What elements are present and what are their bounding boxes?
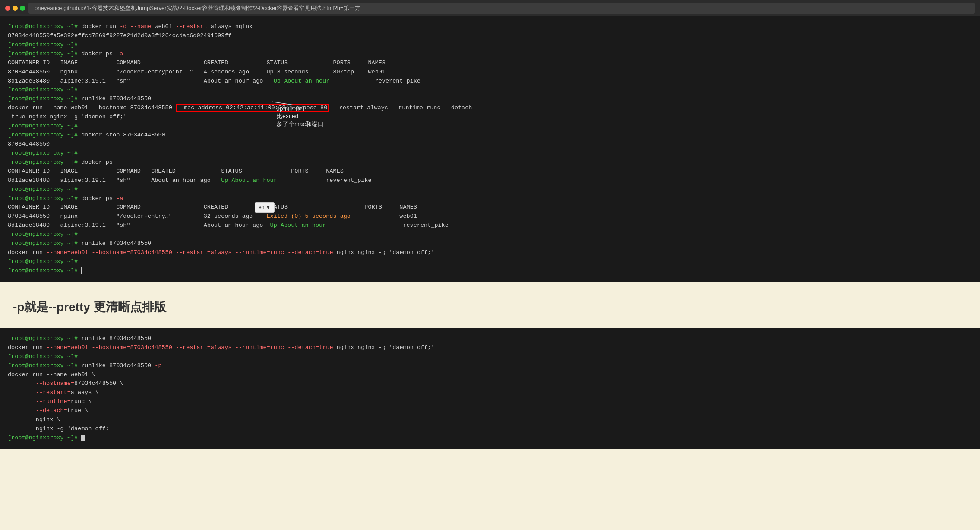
terminal-block-2: [root@nginxproxy ~]# runlike 87034c44855… — [0, 328, 980, 449]
browser-bar: oneyearice.github.io/1-容器技术和堡垒机JumpServe… — [0, 0, 980, 16]
cursor-2 — [81, 435, 85, 441]
window-controls — [5, 6, 25, 11]
terminal-2[interactable]: [root@nginxproxy ~]# runlike 87034c44855… — [0, 328, 980, 449]
terminal-1[interactable]: [root@nginxproxy ~]# docker run -d --nam… — [0, 16, 980, 282]
highlight-mac-expose: --mac-address=02:42:ac:11:00:03 --expose… — [176, 104, 329, 112]
terminal-block-1: [root@nginxproxy ~]# docker run -d --nam… — [0, 16, 980, 282]
lang-icon: ▼ — [266, 204, 271, 210]
section-heading: -p就是--pretty 更清晰点排版 — [0, 282, 980, 328]
language-switcher[interactable]: en ▼ — [255, 202, 275, 213]
lang-label: en — [259, 204, 264, 210]
minimize-button[interactable] — [13, 6, 18, 11]
page-content: [root@nginxproxy ~]# docker run -d --nam… — [0, 16, 980, 449]
cursor-1 — [81, 267, 86, 274]
prompt-1: [root@nginxproxy ~]# — [8, 23, 81, 30]
maximize-button[interactable] — [20, 6, 25, 11]
url-bar[interactable]: oneyearice.github.io/1-容器技术和堡垒机JumpServe… — [28, 3, 975, 14]
close-button[interactable] — [5, 6, 10, 11]
